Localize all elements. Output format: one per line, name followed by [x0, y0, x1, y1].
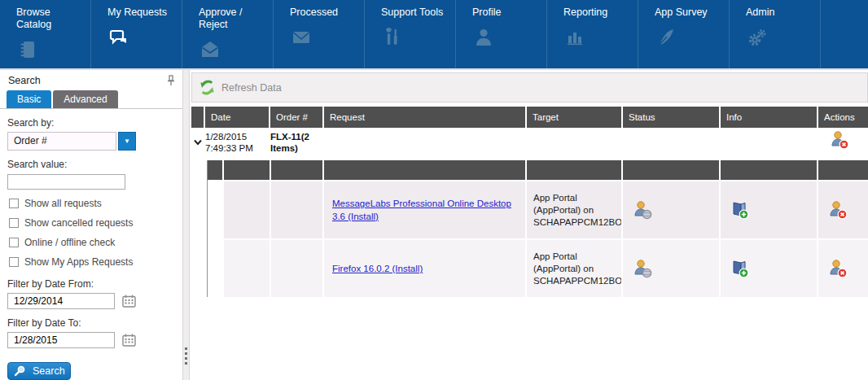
requests-panel: Refresh Data Date Order # Request Target…	[190, 70, 868, 380]
nav-item-admin[interactable]: Admin	[730, 0, 821, 68]
checkbox-row-online-offline: Online / offline check	[9, 237, 182, 248]
nav-item-profile[interactable]: Profile	[456, 0, 547, 68]
pin-icon[interactable]	[166, 75, 176, 86]
target-text: App Portal (AppPortal) on SCHAPAPPCM12BO…	[533, 192, 621, 229]
checkbox-label: Show all requests	[24, 198, 102, 209]
nav-label: Reporting	[563, 7, 633, 19]
tools-icon	[381, 26, 450, 49]
nav-label: Support Tools	[381, 7, 450, 19]
search-button-label: Search	[33, 365, 65, 377]
splitter-handle[interactable]	[185, 347, 187, 365]
add-info-icon[interactable]	[721, 181, 817, 238]
column-header-actions[interactable]: Actions	[818, 107, 868, 128]
person-icon	[472, 26, 541, 49]
search-by-value[interactable]: Order #	[7, 132, 116, 151]
app-window: Browse Catalog My Requests	[0, 0, 868, 380]
checkbox-row-show-cancelled: Show cancelled requests	[9, 217, 182, 229]
nav-label: Admin	[746, 7, 815, 19]
dropdown-arrow-icon[interactable]: ▼	[118, 132, 136, 151]
target-text: App Portal (AppPortal) on SCHAPAPPCM12BO…	[533, 251, 621, 287]
user-status-icon[interactable]	[623, 181, 719, 238]
nav-label: My Requests	[107, 7, 177, 19]
expander-column-header	[191, 107, 204, 128]
checkbox-label: Show My Apps Requests	[24, 256, 133, 268]
request-link[interactable]: MessageLabs Professional Online Desktop …	[332, 197, 515, 223]
request-link[interactable]: Firefox 16.0.2 (Install)	[332, 262, 423, 275]
nav-item-approve-reject[interactable]: Approve / Reject	[182, 0, 274, 68]
column-header-status[interactable]: Status	[623, 107, 719, 128]
search-button[interactable]: Search	[7, 362, 71, 380]
online-offline-check-checkbox[interactable]	[9, 238, 19, 247]
collapse-chevron-icon[interactable]	[191, 128, 204, 160]
gears-icon	[746, 26, 815, 49]
nav-item-browse-catalog[interactable]: Browse Catalog	[0, 0, 91, 68]
date-to-input[interactable]	[7, 332, 115, 348]
column-header-info[interactable]: Info	[721, 107, 817, 128]
chat-bubbles-icon	[107, 26, 177, 49]
group-order-number: FLX-11(2 Items)	[270, 128, 322, 160]
checkbox-label: Online / offline check	[24, 237, 115, 248]
checkbox-row-my-apps: Show My Apps Requests	[9, 256, 182, 268]
group-date: 1/28/2015 7:49:33 PM	[205, 128, 269, 160]
show-my-apps-requests-checkbox[interactable]	[9, 257, 19, 267]
nav-item-reporting[interactable]: Reporting	[547, 0, 638, 68]
sidebar-title: Search	[8, 75, 41, 86]
tab-basic[interactable]: Basic	[7, 90, 51, 108]
nav-label: App Survey	[655, 7, 724, 19]
column-header-target[interactable]: Target	[527, 107, 621, 128]
search-value-input[interactable]	[7, 174, 125, 190]
nav-item-support-tools[interactable]: Support Tools	[365, 0, 456, 68]
add-info-icon[interactable]	[721, 240, 817, 297]
calendar-icon[interactable]	[122, 334, 136, 347]
pen-icon	[655, 26, 724, 49]
refresh-icon	[199, 79, 216, 96]
cancel-request-icon[interactable]	[818, 240, 868, 297]
requests-table: Date Order # Request Target Status Info …	[191, 107, 868, 297]
table-row: Firefox 16.0.2 (Install) App Portal (App…	[208, 240, 868, 297]
calendar-icon[interactable]	[122, 295, 136, 308]
refresh-data-button[interactable]: Refresh Data	[191, 72, 868, 103]
envelope-icon	[290, 26, 359, 49]
date-from-label: Filter by Date From:	[7, 278, 182, 290]
date-from-row	[7, 293, 182, 309]
column-header-request[interactable]: Request	[324, 107, 525, 128]
search-sidebar: Search Basic Advanced Search by: Order #…	[0, 70, 182, 380]
nav-label: Approve / Reject	[199, 7, 268, 31]
nav-item-my-requests[interactable]: My Requests	[91, 0, 182, 68]
bar-chart-icon	[563, 26, 633, 49]
nav-label: Processed	[290, 7, 359, 19]
cancel-request-icon[interactable]	[818, 128, 868, 160]
show-all-requests-checkbox[interactable]	[9, 199, 19, 208]
nav-item-processed[interactable]: Processed	[274, 0, 365, 68]
nav-item-app-survey[interactable]: App Survey	[638, 0, 730, 68]
column-header-order[interactable]: Order #	[270, 107, 322, 128]
nav-filler	[821, 0, 868, 68]
nav-label: Profile	[472, 7, 541, 19]
open-envelope-icon	[199, 38, 268, 61]
order-group-row: 1/28/2015 7:49:33 PM FLX-11(2 Items)	[191, 128, 868, 160]
search-by-dropdown[interactable]: Order # ▼	[7, 132, 182, 151]
tab-advanced[interactable]: Advanced	[53, 90, 117, 108]
column-header-date[interactable]: Date	[205, 107, 269, 128]
subgroup-header-row	[208, 160, 868, 180]
checkbox-label: Show cancelled requests	[24, 217, 133, 229]
date-from-input[interactable]	[7, 293, 115, 309]
top-navigation: Browse Catalog My Requests	[0, 0, 868, 70]
table-row: MessageLabs Professional Online Desktop …	[208, 181, 868, 238]
date-to-label: Filter by Date To:	[7, 317, 182, 329]
search-value-label: Search value:	[7, 159, 182, 170]
date-to-row	[7, 332, 182, 348]
refresh-label: Refresh Data	[221, 82, 282, 94]
panel-splitter[interactable]	[182, 70, 190, 380]
search-tabs: Basic Advanced	[0, 88, 182, 109]
order-group-items: MessageLabs Professional Online Desktop …	[207, 160, 868, 297]
cancel-request-icon[interactable]	[818, 181, 868, 238]
user-status-icon[interactable]	[623, 240, 719, 297]
table-header-row: Date Order # Request Target Status Info …	[191, 107, 868, 128]
checkbox-row-show-all: Show all requests	[9, 198, 182, 209]
show-cancelled-requests-checkbox[interactable]	[9, 218, 19, 228]
magnifier-icon	[14, 365, 26, 377]
nav-label: Browse Catalog	[16, 7, 85, 31]
search-by-label: Search by:	[7, 117, 182, 129]
catalog-book-icon	[16, 38, 85, 61]
